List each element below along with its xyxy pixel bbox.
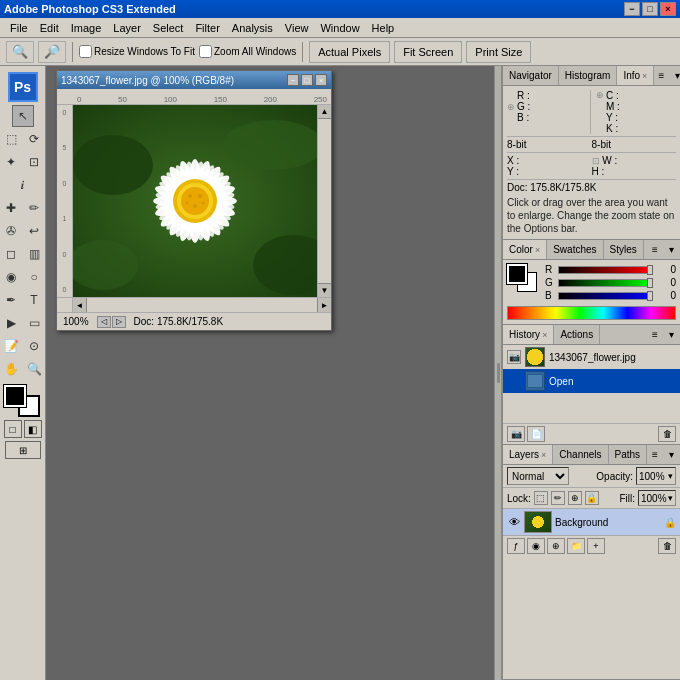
layer-mask-button[interactable]: ◉ <box>527 538 545 554</box>
history-brush-tool[interactable]: ↩ <box>23 220 45 242</box>
standard-mode-button[interactable]: □ <box>4 420 22 438</box>
tab-history[interactable]: History × <box>503 325 554 344</box>
g-slider[interactable] <box>558 279 653 287</box>
lock-image-button[interactable]: ✏ <box>551 491 565 505</box>
tab-paths[interactable]: Paths <box>609 445 648 464</box>
dodge-tool[interactable]: ○ <box>23 266 45 288</box>
history-delete-button[interactable]: 🗑 <box>658 426 676 442</box>
hand-tool[interactable]: ✋ <box>0 358 22 380</box>
tab-styles[interactable]: Styles <box>604 240 644 259</box>
healing-tool[interactable]: ✚ <box>0 197 22 219</box>
r-slider[interactable] <box>558 266 653 274</box>
blend-mode-select[interactable]: Normal <box>507 467 569 485</box>
color-panel-collapse[interactable]: ▾ <box>664 243 678 257</box>
fit-screen-button[interactable]: Fit Screen <box>394 41 462 63</box>
notes-tool[interactable]: 📝 <box>0 335 22 357</box>
magic-wand-tool[interactable]: ✦ <box>0 151 22 173</box>
tab-channels[interactable]: Channels <box>553 445 608 464</box>
history-snapshot-button[interactable]: 📷 <box>507 426 525 442</box>
eyedropper2-tool[interactable]: ⊙ <box>23 335 45 357</box>
menu-select[interactable]: Select <box>147 20 190 36</box>
status-prev[interactable]: ◁ <box>97 316 111 328</box>
lock-transparent-button[interactable]: ⬚ <box>534 491 548 505</box>
print-size-button[interactable]: Print Size <box>466 41 531 63</box>
menu-view[interactable]: View <box>279 20 315 36</box>
history-panel-collapse[interactable]: ▾ <box>664 328 678 342</box>
blur-tool[interactable]: ◉ <box>0 266 22 288</box>
menu-file[interactable]: File <box>4 20 34 36</box>
tab-layers[interactable]: Layers × <box>503 445 553 464</box>
tab-color-close[interactable]: × <box>535 245 540 255</box>
brush-tool[interactable]: ✏ <box>23 197 45 219</box>
shape-tool[interactable]: ▭ <box>23 312 45 334</box>
panel-collapse-button[interactable]: ▾ <box>670 69 680 83</box>
minimize-button[interactable]: − <box>624 2 640 16</box>
tab-history-close[interactable]: × <box>542 330 547 340</box>
quick-mask-button[interactable]: ◧ <box>24 420 42 438</box>
menu-layer[interactable]: Layer <box>107 20 147 36</box>
menu-edit[interactable]: Edit <box>34 20 65 36</box>
scrollbar-vertical[interactable]: ▲ ▼ <box>317 105 331 297</box>
layer-adjustment-button[interactable]: ⊕ <box>547 538 565 554</box>
panel-resize-handle[interactable] <box>494 66 502 680</box>
tab-navigator[interactable]: Navigator <box>503 66 559 85</box>
zoom-tool[interactable]: 🔍 <box>23 358 45 380</box>
doc-maximize-button[interactable]: □ <box>301 74 313 86</box>
layer-delete-button[interactable]: 🗑 <box>658 538 676 554</box>
color-panel-menu[interactable]: ≡ <box>648 243 662 257</box>
tab-info[interactable]: Info × <box>617 66 654 85</box>
tab-info-close[interactable]: × <box>642 71 647 81</box>
opacity-input[interactable]: 100% ▾ <box>636 467 676 485</box>
tab-swatches[interactable]: Swatches <box>547 240 603 259</box>
layers-panel-collapse[interactable]: ▾ <box>664 448 678 462</box>
b-slider-thumb[interactable] <box>647 291 653 301</box>
scrollbar-horizontal[interactable]: ◄ ► <box>73 298 331 312</box>
tab-layers-close[interactable]: × <box>541 450 546 460</box>
marquee-tool[interactable]: ⬚ <box>0 128 22 150</box>
layer-style-button[interactable]: ƒ <box>507 538 525 554</box>
maximize-button[interactable]: □ <box>642 2 658 16</box>
g-slider-thumb[interactable] <box>647 278 653 288</box>
zoom-all-checkbox[interactable] <box>199 45 212 58</box>
move-tool[interactable]: ↖ <box>12 105 34 127</box>
tab-actions[interactable]: Actions <box>554 325 600 344</box>
layer-group-button[interactable]: 📁 <box>567 538 585 554</box>
layer-row-background[interactable]: 👁 Background 🔒 <box>503 509 680 535</box>
layer-visibility-eye[interactable]: 👁 <box>507 515 521 529</box>
lock-all-button[interactable]: 🔒 <box>585 491 599 505</box>
history-item-open[interactable]: Open <box>503 369 680 393</box>
doc-close-button[interactable]: × <box>315 74 327 86</box>
layers-panel-menu[interactable]: ≡ <box>648 448 662 462</box>
history-item-file[interactable]: 📷 1343067_flower.jpg <box>503 345 680 369</box>
resize-windows-checkbox[interactable] <box>79 45 92 58</box>
foreground-color-swatch[interactable] <box>4 385 26 407</box>
lock-position-button[interactable]: ⊕ <box>568 491 582 505</box>
pen-tool[interactable]: ✒ <box>0 289 22 311</box>
menu-analysis[interactable]: Analysis <box>226 20 279 36</box>
tab-color[interactable]: Color × <box>503 240 547 259</box>
panel-menu-button[interactable]: ≡ <box>654 69 668 83</box>
history-new-doc-button[interactable]: 📄 <box>527 426 545 442</box>
eyedropper-tool[interactable]: 𝒊 <box>12 174 34 196</box>
eraser-tool[interactable]: ◻ <box>0 243 22 265</box>
color-foreground-swatch[interactable] <box>507 264 527 284</box>
menu-window[interactable]: Window <box>314 20 365 36</box>
path-select-tool[interactable]: ▶ <box>0 312 22 334</box>
gradient-tool[interactable]: ▥ <box>23 243 45 265</box>
close-button[interactable]: × <box>660 2 676 16</box>
menu-filter[interactable]: Filter <box>189 20 225 36</box>
status-next[interactable]: ▷ <box>112 316 126 328</box>
r-slider-thumb[interactable] <box>647 265 653 275</box>
crop-tool[interactable]: ⊡ <box>23 151 45 173</box>
history-panel-menu[interactable]: ≡ <box>648 328 662 342</box>
color-spectrum[interactable] <box>507 306 676 320</box>
tab-histogram[interactable]: Histogram <box>559 66 618 85</box>
clone-tool[interactable]: ✇ <box>0 220 22 242</box>
layer-new-button[interactable]: + <box>587 538 605 554</box>
screen-mode-button[interactable]: ⊞ <box>5 441 41 459</box>
lasso-tool[interactable]: ⟳ <box>23 128 45 150</box>
doc-minimize-button[interactable]: − <box>287 74 299 86</box>
actual-pixels-button[interactable]: Actual Pixels <box>309 41 390 63</box>
text-tool[interactable]: T <box>23 289 45 311</box>
menu-help[interactable]: Help <box>366 20 401 36</box>
